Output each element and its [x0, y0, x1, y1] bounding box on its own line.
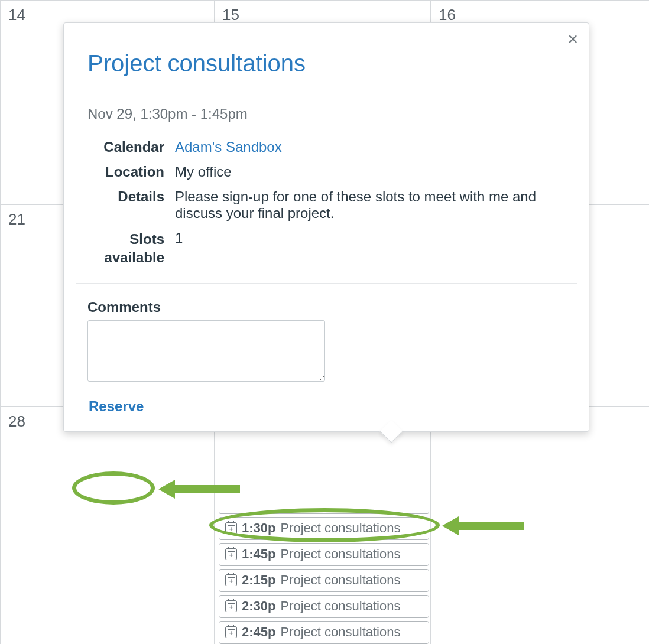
label-comments: Comments — [87, 299, 565, 316]
event-item[interactable]: + 2:15p Project consultations — [219, 569, 429, 592]
event-item[interactable]: + 2:30p Project consultations — [219, 595, 429, 618]
event-time: 2:45p — [242, 625, 275, 640]
event-datetime: Nov 29, 1:30pm - 1:45pm — [87, 106, 565, 122]
calendar-plus-icon: + — [225, 574, 237, 586]
event-title: Project consultations — [280, 547, 400, 562]
slots-available-value: 1 — [175, 230, 565, 266]
event-details-modal: × Project consultations Nov 29, 1:30pm -… — [63, 22, 589, 432]
reserve-button[interactable]: Reserve — [87, 397, 145, 416]
event-time: 2:30p — [242, 599, 275, 614]
event-title: Project consultations — [280, 521, 400, 536]
location-value: My office — [175, 164, 565, 180]
event-time: 1:30p — [242, 521, 275, 536]
event-list: + 1:30p Project consultations + 1:45p Pr… — [219, 506, 429, 644]
details-value: Please sign-up for one of these slots to… — [175, 188, 565, 222]
calendar-plus-icon: + — [225, 626, 237, 638]
close-icon[interactable]: × — [567, 30, 578, 48]
day-number[interactable]: 21 — [8, 210, 25, 229]
event-title: Project consultations — [280, 599, 400, 614]
day-number[interactable]: 16 — [439, 6, 456, 24]
calendar-plus-icon: + — [225, 600, 237, 612]
day-number[interactable]: 28 — [8, 412, 25, 431]
label-slots-available: Slots available — [87, 230, 164, 266]
label-location: Location — [87, 164, 164, 180]
event-title: Project consultations — [280, 573, 400, 588]
event-item[interactable]: + 2:45p Project consultations — [219, 621, 429, 644]
calendar-plus-icon: + — [225, 522, 237, 534]
calendar-link[interactable]: Adam's Sandbox — [175, 139, 565, 155]
modal-title: Project consultations — [87, 50, 565, 77]
label-calendar: Calendar — [87, 139, 164, 155]
day-number[interactable]: 15 — [222, 6, 239, 24]
day-number[interactable]: 14 — [8, 6, 25, 24]
calendar-plus-icon: + — [225, 548, 237, 560]
event-item[interactable]: + 1:45p Project consultations — [219, 543, 429, 566]
comments-textarea[interactable] — [87, 320, 325, 382]
event-title: Project consultations — [280, 625, 400, 640]
label-details: Details — [87, 188, 164, 222]
event-time: 1:45p — [242, 547, 275, 562]
event-item[interactable]: + 1:30p Project consultations — [219, 517, 429, 540]
event-time: 2:15p — [242, 573, 275, 588]
event-item-partial[interactable] — [219, 506, 429, 514]
